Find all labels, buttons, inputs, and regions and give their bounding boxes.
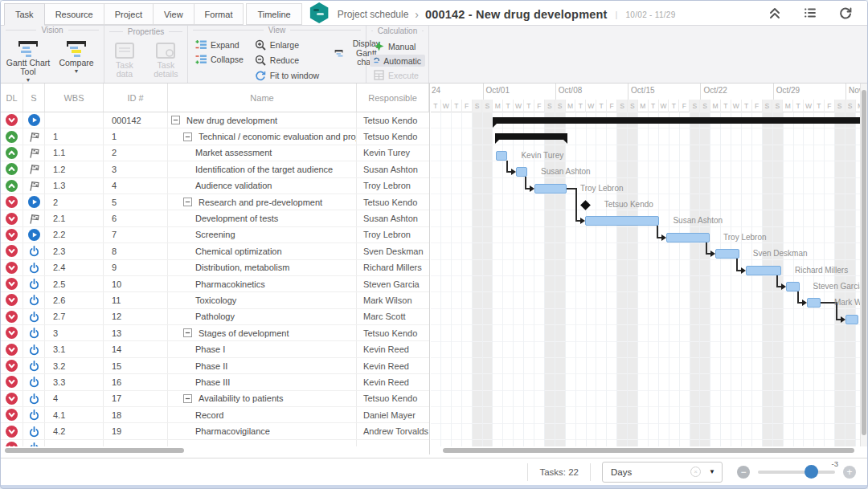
task-state-power-icon[interactable] (28, 393, 40, 405)
task-state-flag-icon[interactable] (28, 147, 40, 159)
column-header-dl[interactable]: DL (1, 84, 23, 112)
deadline-status-down-icon[interactable] (6, 262, 18, 274)
deadline-status-down-icon[interactable] (6, 426, 18, 438)
compare-button[interactable]: Compare ▼ (52, 36, 100, 74)
table-row[interactable]: 1.34Audience validationTroy Lebron (1, 178, 429, 194)
table-row[interactable]: 417Availability to patientsTetsuo Kendo (1, 391, 429, 407)
table-row[interactable]: 000142New drug developmentTetsuo Kendo (1, 112, 429, 128)
table-row[interactable]: 2.611ToxicologyMark Wilson (1, 292, 429, 308)
task-bar[interactable] (496, 151, 508, 161)
column-header-id[interactable]: ID # (104, 84, 168, 112)
deadline-status-down-icon[interactable] (6, 376, 18, 388)
fit-to-window-button[interactable]: Fit to window (251, 69, 323, 82)
table-row[interactable]: 3.316Phase IIIKevin Reed (1, 374, 429, 390)
deadline-status-down-icon[interactable] (6, 409, 18, 421)
tab-project[interactable]: Project (104, 3, 154, 25)
tab-timeline[interactable]: Timeline (246, 3, 301, 25)
collapse-toggle-icon[interactable] (183, 132, 195, 141)
deadline-status-down-icon[interactable] (6, 327, 18, 339)
deadline-status-down-icon[interactable] (6, 360, 18, 372)
breadcrumb-parent[interactable]: Project schedule (338, 9, 409, 20)
refresh-icon[interactable] (838, 6, 853, 20)
zoom-slider-track[interactable] (758, 471, 835, 474)
expand-button[interactable]: Expand (191, 39, 248, 51)
deadline-status-up-icon[interactable] (6, 163, 18, 175)
deadline-status-down-icon[interactable] (6, 245, 18, 257)
task-state-power-icon[interactable] (28, 426, 40, 438)
gantt-vertical-scrollbar[interactable] (860, 84, 867, 446)
clear-icon[interactable]: × (690, 467, 701, 477)
task-state-power-icon[interactable] (28, 311, 40, 323)
task-bar[interactable] (807, 298, 821, 308)
deadline-status-down-icon[interactable] (6, 196, 18, 208)
task-state-power-icon[interactable] (28, 344, 40, 356)
gantt-chart-tool-button[interactable]: Gantt Chart Tool ▼ (4, 36, 52, 83)
column-header-wbs[interactable]: WBS (45, 84, 104, 112)
table-row[interactable]: 25Research and pre-developmentTetsuo Ken… (1, 194, 429, 210)
column-header-responsible[interactable]: Responsible (357, 84, 429, 112)
gantt-horizontal-scrollbar[interactable] (431, 446, 862, 454)
task-state-power-icon[interactable] (28, 245, 40, 257)
zoom-slider-thumb[interactable] (805, 465, 818, 479)
deadline-status-down-icon[interactable] (6, 229, 18, 241)
table-row[interactable]: 1.23Identification of the target audienc… (1, 161, 429, 177)
table-row[interactable] (1, 440, 429, 446)
task-state-power-icon[interactable] (28, 360, 40, 372)
table-row[interactable]: 3.114Phase IKevin Reed (1, 341, 429, 357)
zoom-in-button[interactable]: + (843, 466, 856, 479)
zoom-out-button[interactable]: − (737, 466, 750, 479)
manual-calculation-button[interactable]: Manual (370, 40, 425, 52)
tab-format[interactable]: Format (194, 3, 244, 25)
deadline-status-down-icon[interactable] (6, 393, 18, 405)
deadline-status-up-icon[interactable] (6, 180, 18, 192)
task-bar[interactable] (516, 167, 527, 177)
task-state-power-icon[interactable] (28, 327, 40, 339)
column-header-name[interactable]: Name (168, 84, 357, 112)
task-state-power-icon[interactable] (28, 294, 40, 306)
deadline-status-down-icon[interactable] (6, 311, 18, 323)
deadline-status-down-icon[interactable] (6, 294, 18, 306)
task-bar[interactable] (534, 184, 567, 194)
gantt-hscroll-thumb[interactable] (443, 448, 854, 453)
tab-resource[interactable]: Resource (44, 3, 104, 25)
task-state-power-icon[interactable] (28, 409, 40, 421)
reduce-button[interactable]: Reduce (251, 54, 323, 67)
collapse-button[interactable]: Collapse (191, 53, 248, 65)
grid-hscroll-thumb[interactable] (5, 448, 184, 453)
column-header-s[interactable]: S (23, 84, 45, 112)
task-bar[interactable] (746, 266, 781, 275)
group-summary-bar[interactable] (495, 133, 567, 140)
deadline-status-down-icon[interactable] (6, 114, 18, 126)
table-row[interactable]: 4.118RecordDaniel Mayer (1, 407, 429, 423)
deadline-status-up-icon[interactable] (6, 147, 18, 159)
task-state-play-icon[interactable] (28, 114, 40, 126)
task-state-power-icon[interactable] (28, 278, 40, 290)
tab-task[interactable]: Task (4, 3, 45, 26)
collapse-toggle-icon[interactable] (183, 198, 195, 206)
task-state-play-icon[interactable] (28, 196, 40, 208)
table-row[interactable]: 1.12Market assessmentKevin Turey (1, 145, 429, 161)
grid-horizontal-scrollbar[interactable] (1, 446, 429, 454)
task-bar[interactable] (715, 249, 739, 259)
task-bar[interactable] (585, 216, 659, 226)
table-row[interactable]: 2.16Development of testsSusan Ashton (1, 210, 429, 226)
deadline-status-down-icon[interactable] (6, 344, 18, 356)
task-bar[interactable] (666, 233, 710, 242)
task-list-icon[interactable] (803, 6, 817, 20)
task-state-flag-icon[interactable] (28, 213, 40, 225)
collapse-toggle-icon[interactable] (171, 116, 183, 124)
collapse-ribbon-icon[interactable] (768, 6, 782, 20)
deadline-status-down-icon[interactable] (6, 278, 18, 290)
enlarge-button[interactable]: Enlarge (251, 39, 323, 51)
collapse-toggle-icon[interactable] (183, 328, 195, 337)
timescale-dropdown[interactable]: Days × ▼ (602, 462, 723, 483)
table-row[interactable]: 2.49Distribution, metabolismRichard Mill… (1, 260, 429, 276)
automatic-calculation-button[interactable]: Automatic (370, 55, 425, 67)
gantt-vscroll-thumb[interactable] (862, 90, 866, 435)
table-row[interactable]: 2.712PathologyMarc Scott (1, 309, 429, 325)
task-bar[interactable] (845, 315, 858, 324)
task-state-play-icon[interactable] (28, 229, 40, 241)
task-state-flag-icon[interactable] (28, 131, 40, 143)
table-row[interactable]: 313Stages of developmentTetsuo Kendo (1, 325, 429, 341)
deadline-status-up-icon[interactable] (6, 131, 18, 143)
